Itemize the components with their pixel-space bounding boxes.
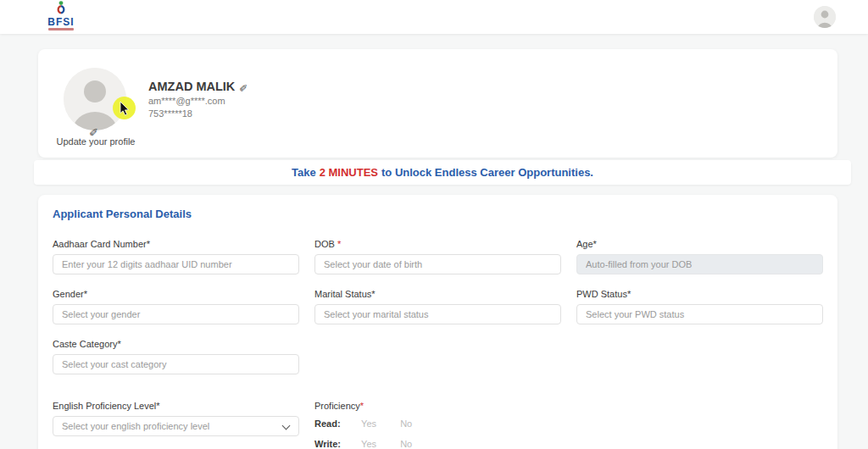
field-gender: Gender*: [53, 289, 299, 324]
field-caste-category: Caste Category*: [53, 339, 299, 374]
gender-select[interactable]: [53, 304, 299, 324]
banner-text-suffix: to Unlock Endless Career Opportunities.: [381, 166, 593, 179]
age-input: [576, 254, 823, 274]
dob-input[interactable]: [314, 254, 561, 274]
write-yes-option[interactable]: Yes: [361, 437, 398, 449]
field-marital-status: Marital Status*: [314, 289, 561, 324]
section-title: Applicant Personal Details: [53, 208, 823, 220]
banner-text-highlight: 2 MINUTES: [320, 166, 378, 179]
user-avatar-icon[interactable]: [814, 6, 836, 28]
read-no-option[interactable]: No: [400, 417, 437, 431]
dob-label: DOB *: [314, 239, 561, 249]
read-yes-option[interactable]: Yes: [361, 417, 398, 431]
promo-banner: Take 2 MINUTES to Unlock Endless Career …: [34, 160, 851, 185]
aadhaar-input[interactable]: [53, 254, 299, 274]
proficiency-label: Proficiency*: [314, 401, 561, 411]
proficiency-write-row: Write: Yes No: [314, 437, 561, 449]
write-no-option[interactable]: No: [400, 437, 437, 449]
bfsi-logo[interactable]: BFSI: [44, 1, 78, 30]
applicant-details-card: Applicant Personal Details Aadhaar Card …: [38, 195, 837, 449]
required-star: *: [337, 239, 341, 249]
profile-phone: 753*****18: [148, 108, 192, 119]
read-label: Read:: [314, 417, 359, 431]
aadhaar-label: Aadhaar Card Number*: [53, 239, 299, 249]
pwd-status-select[interactable]: [576, 304, 823, 324]
banner-text-prefix: Take: [292, 166, 316, 179]
gender-label: Gender*: [53, 289, 299, 299]
bfsi-logo-tagline: [48, 28, 74, 30]
update-profile-link[interactable]: Update your profile: [50, 136, 142, 147]
write-label: Write:: [314, 437, 359, 449]
page: BFSI ✎ Update your profile AMZAD M: [0, 0, 868, 449]
edit-name-icon[interactable]: ✎: [239, 81, 248, 93]
caste-category-select[interactable]: [53, 354, 299, 374]
marital-status-select[interactable]: [314, 304, 561, 324]
profile-name: AMZAD MALIK✎: [148, 80, 248, 93]
caste-category-label: Caste Category*: [53, 339, 299, 349]
proficiency-read-row: Read: Yes No: [314, 417, 561, 431]
profile-card: ✎ Update your profile AMZAD MALIK✎ am***…: [38, 49, 837, 158]
required-star: *: [360, 401, 364, 411]
top-navbar: BFSI: [0, 0, 868, 34]
age-label: Age*: [576, 239, 823, 249]
field-english-proficiency: English Proficiency Level*: [53, 401, 299, 449]
english-proficiency-label: English Proficiency Level*: [53, 401, 299, 411]
english-proficiency-select[interactable]: [53, 416, 299, 436]
bfsi-logo-text: BFSI: [44, 18, 78, 27]
bfsi-logo-figure-icon: [53, 1, 69, 18]
pwd-status-label: PWD Status*: [576, 289, 823, 299]
mouse-cursor-icon: [120, 102, 131, 116]
profile-email: am****@g****.com: [148, 96, 225, 106]
field-pwd-status: PWD Status*: [576, 289, 823, 324]
field-age: Age*: [576, 239, 823, 274]
profile-name-text: AMZAD MALIK: [148, 80, 235, 93]
marital-status-label: Marital Status*: [314, 289, 561, 299]
field-aadhaar: Aadhaar Card Number*: [53, 239, 299, 274]
field-dob: DOB *: [314, 239, 561, 274]
field-proficiency: Proficiency* Read: Yes No Write: Yes No: [314, 401, 561, 449]
